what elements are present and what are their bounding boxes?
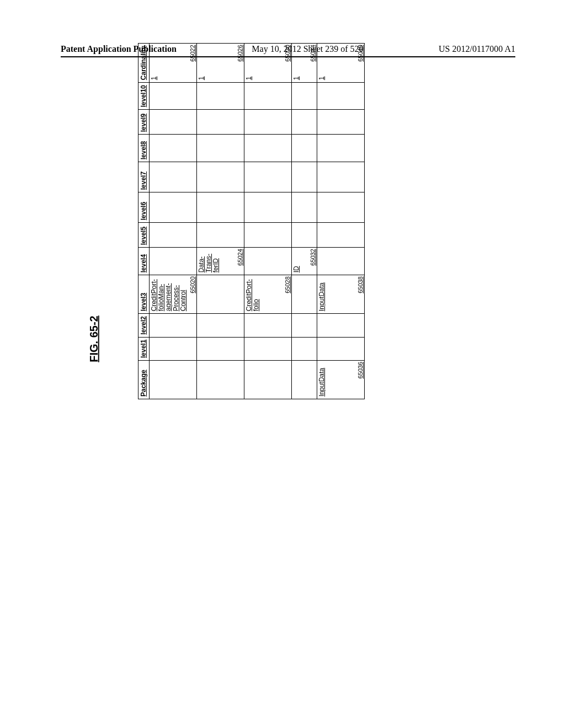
- cell-level3: CreditPort- folioMan- agement- Process- …: [150, 275, 197, 314]
- col-level6: level6: [138, 192, 150, 223]
- cell-cardinality-ref: 65026: [237, 45, 243, 62]
- cell-level3: [197, 275, 244, 314]
- cell-level3: CreditPort- folio65028: [244, 275, 292, 314]
- cell-level2: [317, 314, 365, 337]
- cell-level10: [197, 83, 244, 110]
- table-row: Data- Trans- ferID65024165026: [197, 44, 244, 399]
- cell-level4: [150, 248, 197, 275]
- cell-level1: [150, 337, 197, 360]
- cell-level8: [244, 135, 292, 162]
- figure-content: FIG. 65-2 Package level1 level2 level3 l…: [61, 90, 515, 587]
- cell-level3-text: InputData: [318, 277, 326, 311]
- cell-level7: [150, 162, 197, 192]
- cell-level10: [244, 83, 292, 110]
- cell-cardinality-text: 1: [293, 46, 300, 80]
- cell-package: [197, 361, 244, 399]
- table-header-row: Package level1 level2 level3 level4 leve…: [138, 44, 150, 399]
- cell-level9: [317, 110, 365, 135]
- cell-level10: [292, 83, 317, 110]
- cell-level4-text: Data- Trans- ferID: [198, 250, 220, 272]
- cell-level10: [150, 83, 197, 110]
- cell-level9: [197, 110, 244, 135]
- cell-level4: [244, 248, 292, 275]
- cell-cardinality: 165034: [292, 44, 317, 83]
- cell-level3-ref: 65038: [357, 276, 364, 293]
- cell-level8: [292, 135, 317, 162]
- figure-label: FIG. 65-2: [87, 315, 100, 362]
- cell-package: InputData65036: [317, 361, 365, 399]
- table-body: CreditPort- folioMan- agement- Process- …: [150, 44, 365, 399]
- cell-level9: [150, 110, 197, 135]
- cell-level3-text: CreditPort- folioMan- agement- Process- …: [151, 277, 187, 311]
- col-level9: level9: [138, 110, 150, 135]
- col-level4: level4: [138, 248, 150, 275]
- cell-level6: [197, 192, 244, 223]
- cell-package-ref: 65036: [357, 362, 364, 379]
- col-level2: level2: [138, 314, 150, 337]
- cell-level2: [292, 314, 317, 337]
- cell-level1: [244, 337, 292, 360]
- cell-level4: Data- Trans- ferID65024: [197, 248, 244, 275]
- cell-cardinality-ref: 65040: [357, 45, 364, 62]
- col-level7: level7: [138, 162, 150, 192]
- table-row: InputData65036InputData65038165040: [317, 44, 365, 399]
- col-level3: level3: [138, 275, 150, 314]
- page: Patent Application Publication May 10, 2…: [0, 0, 565, 728]
- cell-level10: [317, 83, 365, 110]
- schema-table-wrap: Package level1 level2 level3 level4 leve…: [138, 43, 365, 399]
- cell-level7: [244, 162, 292, 192]
- cell-level9: [292, 110, 317, 135]
- cell-level5: [150, 223, 197, 248]
- col-level8: level8: [138, 135, 150, 162]
- cell-cardinality: 165040: [317, 44, 365, 83]
- cell-level8: [317, 135, 365, 162]
- cell-level4-ref: 65024: [237, 249, 243, 266]
- cell-cardinality-ref: 65030: [284, 45, 291, 62]
- cell-level5: [292, 223, 317, 248]
- cell-level2: [197, 314, 244, 337]
- cell-level3-text: CreditPort- folio: [246, 277, 260, 311]
- cell-level3-ref: 65028: [284, 276, 291, 293]
- table-row: ID65032165034: [292, 44, 317, 399]
- cell-level8: [197, 135, 244, 162]
- cell-level7: [197, 162, 244, 192]
- cell-level6: [244, 192, 292, 223]
- cell-cardinality-ref: 65034: [310, 45, 316, 62]
- cell-level4: ID65032: [292, 248, 317, 275]
- header-right: US 2012/0117000 A1: [439, 44, 515, 54]
- col-level10: level10: [138, 83, 150, 110]
- cell-package: [244, 361, 292, 399]
- cell-cardinality-text: 1: [318, 46, 326, 80]
- cell-level6: [150, 192, 197, 223]
- table-row: CreditPort- folioMan- agement- Process- …: [150, 44, 197, 399]
- cell-level2: [244, 314, 292, 337]
- col-cardinality: Cardinality: [138, 44, 150, 83]
- cell-cardinality-text: 1: [151, 46, 158, 80]
- cell-package: [292, 361, 317, 399]
- cell-level3: [292, 275, 317, 314]
- col-level1: level1: [138, 337, 150, 360]
- cell-level1: [292, 337, 317, 360]
- cell-level3: InputData65038: [317, 275, 365, 314]
- figure-label-wrap: FIG. 65-2: [61, 90, 127, 587]
- cell-level9: [244, 110, 292, 135]
- cell-level4-ref: 65032: [310, 249, 316, 266]
- cell-level5: [244, 223, 292, 248]
- cell-level5: [317, 223, 365, 248]
- cell-package-text: InputData: [318, 363, 326, 397]
- cell-level7: [317, 162, 365, 192]
- cell-cardinality: 165030: [244, 44, 292, 83]
- col-package: Package: [138, 361, 150, 399]
- cell-cardinality-text: 1: [246, 46, 253, 80]
- cell-level4: [317, 248, 365, 275]
- cell-level1: [317, 337, 365, 360]
- col-level5: level5: [138, 223, 150, 248]
- cell-level8: [150, 135, 197, 162]
- cell-level7: [292, 162, 317, 192]
- cell-cardinality: 165026: [197, 44, 244, 83]
- cell-cardinality-text: 1: [198, 46, 205, 80]
- cell-level6: [317, 192, 365, 223]
- cell-cardinality: 165022: [150, 44, 197, 83]
- cell-package: [150, 361, 197, 399]
- cell-cardinality-ref: 65022: [189, 45, 196, 62]
